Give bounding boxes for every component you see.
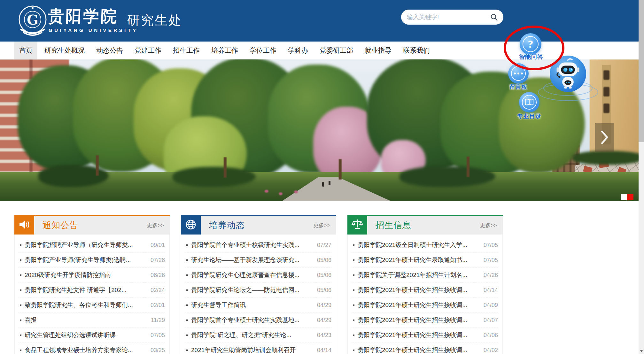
list-item[interactable]: 贵阳学院2021级全日制硕士研究生入学...07/05 (352, 238, 498, 253)
news-link[interactable]: 贵阳学院2021年硕士研究生招生接收调... (358, 286, 479, 294)
message-board-label[interactable]: 留言板 (507, 83, 530, 91)
site-name-zh: 贵阳学院 (48, 6, 119, 27)
list-item[interactable]: 贵阳学院产业导师(研究生导师类)选聘...07/28 (19, 253, 165, 268)
carousel-dot-1[interactable] (621, 194, 627, 200)
news-date: 04/14 (484, 287, 498, 294)
message-board-button[interactable] (508, 63, 529, 84)
bullet-icon (186, 274, 188, 276)
news-link[interactable]: 贵阳学院2021年硕士研究生录取通知书... (358, 256, 479, 264)
bullet-icon (20, 350, 21, 351)
list-item[interactable]: 贵阳学院2021年硕士研究生招生接收调...04/09 (352, 298, 498, 313)
site-header: G 贵阳学院 GUIYANG UNIVERSITY 研究生处 (0, 0, 644, 42)
list-item[interactable]: 贵阳学院研究生论坛之——防范电信网...05/06 (185, 283, 331, 298)
news-link[interactable]: 贵阳学院关于调整2021年拟招生计划名... (358, 271, 479, 279)
list-item[interactable]: 贵阳学院2021年硕士研究生招生接收调...04/07 (352, 313, 498, 328)
list-item[interactable]: 贵阳学院首个专业硕士研究生实践基地...04/29 (185, 313, 331, 328)
news-link[interactable]: 贵阳学院研究生处文件 研通字【202... (25, 286, 146, 294)
more-link[interactable]: 更多>> (313, 222, 330, 229)
training-list: 贵阳学院首个专业硕士校级研究生实践...07/27研究生论坛——基于新发展理念谈… (181, 235, 336, 354)
news-link[interactable]: 贵阳学院研究生论坛之——防范电信网... (191, 286, 313, 294)
carousel-next-button[interactable] (595, 123, 614, 152)
news-link[interactable]: 研究生督导工作简讯 (191, 301, 313, 309)
news-link[interactable]: 贵阳学院2021年硕士研究生招生接收调... (358, 316, 479, 324)
nav-item-degree[interactable]: 学位工作 (250, 42, 276, 59)
hero-carousel-image (0, 59, 644, 201)
nav-item-career[interactable]: 就业指导 (365, 42, 392, 59)
robot-mascot[interactable] (549, 55, 587, 93)
nav-item-announcements[interactable]: 动态公告 (96, 42, 123, 59)
list-item[interactable]: 贵阳学院2021年硕士研究生招生接收调...04/06 (352, 328, 498, 343)
nav-item-home[interactable]: 首页 (14, 42, 37, 59)
scrollbar-down-arrow[interactable] (640, 350, 643, 352)
bullet-icon (186, 244, 188, 246)
scrollbar-thumb[interactable] (639, 0, 644, 142)
news-link[interactable]: 贵阳学院2021年硕士研究生招生接收调... (358, 331, 479, 339)
more-link[interactable]: 更多>> (480, 222, 497, 229)
major-catalog-button[interactable] (519, 92, 539, 112)
news-date: 07/27 (317, 242, 331, 249)
news-link[interactable]: 贵阳学院研究生心理健康普查在信息楼... (191, 271, 313, 279)
news-link[interactable]: 食品工程领域专业硕士培养方案专家论... (25, 346, 146, 354)
list-item[interactable]: 贵阳学院招聘产业导师（研究生导师类...09/01 (19, 238, 165, 253)
carousel-dot-2-active[interactable] (627, 194, 633, 200)
news-date: 04/06 (484, 332, 498, 339)
nav-item-discipline[interactable]: 学科办 (288, 42, 308, 59)
bullet-icon (186, 259, 188, 261)
panel-title: 通知公告 (43, 219, 78, 231)
bullet-icon (353, 259, 354, 261)
list-item[interactable]: 贵阳学院2021年硕士研究生录取通知书...07/05 (352, 253, 498, 268)
nav-item-admissions[interactable]: 招生工作 (173, 42, 200, 59)
news-link[interactable]: 贵阳学院2021年硕士研究生招生接收调... (358, 346, 479, 354)
news-date: 05/06 (317, 287, 331, 294)
university-logo[interactable]: G (16, 4, 49, 37)
news-link[interactable]: 贵阳学院2021年硕士研究生招生接收调... (358, 301, 479, 309)
list-item[interactable]: 食品工程领域专业硕士培养方案专家论...03/25 (19, 343, 165, 354)
search-icon[interactable] (490, 13, 498, 21)
search-input[interactable] (406, 13, 490, 21)
list-item[interactable]: 贵阳学院2021年硕士研究生招生接收调...04/14 (352, 283, 498, 298)
more-link[interactable]: 更多>> (147, 222, 164, 229)
list-item[interactable]: 2021年研究生助管岗前培训会顺利召开04/14 (185, 343, 331, 354)
nav-item-contact[interactable]: 联系我们 (403, 42, 430, 59)
news-link[interactable]: 研究生管理处组织公选课试讲听课 (25, 331, 146, 339)
news-link[interactable]: 2020级研究生开学疫情防控指南 (25, 271, 146, 279)
news-date: 04/07 (484, 317, 498, 324)
news-link[interactable]: 致贵阳学院研究生、各位考生和导师们... (25, 301, 146, 309)
news-date: 03/25 (151, 347, 165, 354)
smart-qa-button[interactable]: ? (520, 33, 541, 55)
nav-item-training[interactable]: 培养工作 (211, 42, 238, 59)
bullet-icon (186, 335, 188, 336)
smart-qa-label[interactable]: 智能问答 (517, 53, 545, 61)
list-item[interactable]: 贵阳学院研究生处文件 研通字【202...02/24 (19, 283, 165, 298)
list-item[interactable]: 贵阳学院研究生心理健康普查在信息楼...05/06 (185, 268, 331, 283)
list-item[interactable]: 贵阳学院关于调整2021年拟招生计划名...04/26 (352, 268, 498, 283)
list-item[interactable]: 研究生督导工作简讯04/29 (185, 298, 331, 313)
nav-item-overview[interactable]: 研究生处概况 (44, 42, 85, 59)
nav-item-party-building[interactable]: 党建工作 (135, 42, 161, 59)
list-item[interactable]: 2020级研究生开学疫情防控指南08/26 (19, 268, 165, 283)
news-link[interactable]: 贵阳学院首个专业硕士校级研究生实践... (191, 241, 313, 249)
list-item[interactable]: 研究生管理处组织公选课试讲听课07/05 (19, 328, 165, 343)
scrollbar-track[interactable] (639, 0, 644, 354)
news-link[interactable]: 研究生论坛——基于新发展理念谈研究... (191, 256, 313, 264)
news-link[interactable]: 2021年研究生助管岗前培训会顺利召开 (191, 346, 313, 354)
search-box[interactable] (401, 10, 503, 25)
list-item[interactable]: 研究生论坛——基于新发展理念谈研究...05/06 (185, 253, 331, 268)
list-item[interactable]: 喜报11/29 (19, 313, 165, 328)
news-link[interactable]: 贵阳学院产业导师(研究生导师类)选聘... (25, 256, 146, 264)
nav-item-committee[interactable]: 党委研工部 (320, 42, 353, 59)
bullet-icon (353, 304, 354, 306)
bullet-icon (20, 304, 21, 306)
list-item[interactable]: 致贵阳学院研究生、各位考生和导师们...02/01 (19, 298, 165, 313)
news-link[interactable]: 贵阳学院招聘产业导师（研究生导师类... (25, 241, 146, 249)
news-link[interactable]: 贵阳学院“研之理、研之据”研究生论... (191, 331, 313, 339)
news-date: 05/06 (317, 257, 331, 264)
news-link[interactable]: 贵阳学院2021级全日制硕士研究生入学... (358, 241, 479, 249)
news-link[interactable]: 喜报 (25, 316, 146, 324)
list-item[interactable]: 贵阳学院2021年硕士研究生招生接收调...04/02 (352, 343, 498, 354)
list-item[interactable]: 贵阳学院“研之理、研之据”研究生论...04/23 (185, 328, 331, 343)
major-catalog-label[interactable]: 专业目录 (513, 112, 545, 120)
chat-dots-icon (511, 66, 526, 81)
list-item[interactable]: 贵阳学院首个专业硕士校级研究生实践...07/27 (185, 238, 331, 253)
news-link[interactable]: 贵阳学院首个专业硕士研究生实践基地... (191, 316, 313, 324)
